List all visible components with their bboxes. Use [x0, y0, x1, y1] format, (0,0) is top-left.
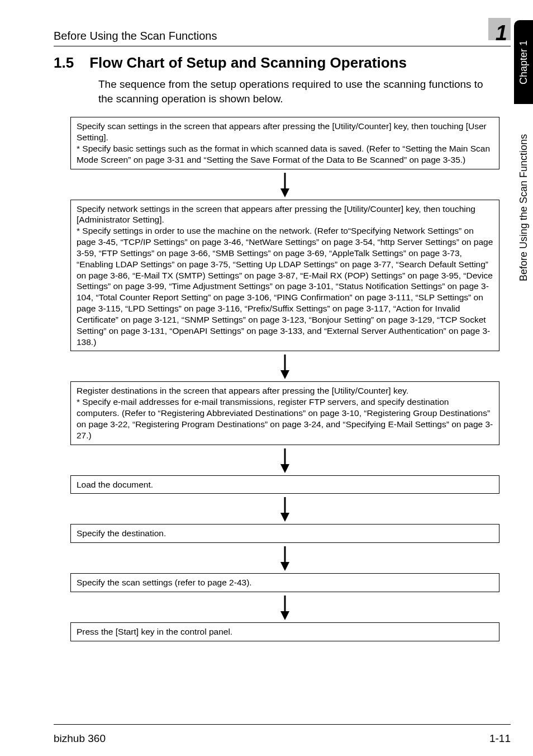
footer-rule — [54, 724, 511, 725]
side-tab-section-label: Before Using the Scan Functions — [514, 104, 533, 311]
flow-arrow-icon — [70, 592, 499, 622]
section-number: 1.5 — [54, 54, 74, 72]
flow-chart: Specify scan settings in the screen that… — [70, 117, 499, 641]
flow-arrow-icon — [70, 351, 499, 381]
flow-arrow-icon — [70, 494, 499, 524]
section-title: Flow Chart of Setup and Scanning Operati… — [89, 54, 407, 72]
svg-marker-3 — [280, 370, 289, 379]
footer-left: bizhub 360 — [54, 733, 106, 745]
flow-step: Press the [Start] key in the control pan… — [70, 622, 499, 641]
footer-right: 1-11 — [489, 733, 511, 745]
flow-step: Specify the scan settings (refer to page… — [70, 573, 499, 592]
flow-step: Register destinations in the screen that… — [70, 381, 499, 445]
running-head: Before Using the Scan Functions — [54, 30, 217, 45]
chapter-digit: 1 — [496, 21, 507, 45]
side-tab: Chapter 1 Before Using the Scan Function… — [508, 20, 533, 311]
side-tab-chapter-label: Chapter 1 — [514, 20, 533, 104]
flow-step: Specify network settings in the screen t… — [70, 200, 499, 352]
svg-marker-9 — [280, 562, 289, 571]
section-intro: The sequence from the setup operations r… — [98, 77, 499, 106]
svg-marker-11 — [280, 611, 289, 620]
flow-arrow-icon — [70, 169, 499, 200]
svg-marker-5 — [280, 464, 289, 473]
svg-marker-7 — [280, 513, 289, 522]
flow-step: Specify the destination. — [70, 524, 499, 543]
svg-marker-1 — [280, 188, 289, 197]
flow-step: Load the document. — [70, 475, 499, 494]
flow-arrow-icon — [70, 543, 499, 573]
flow-step: Specify scan settings in the screen that… — [70, 117, 499, 169]
flow-arrow-icon — [70, 445, 499, 475]
chapter-digit-box: 1 — [475, 18, 511, 45]
